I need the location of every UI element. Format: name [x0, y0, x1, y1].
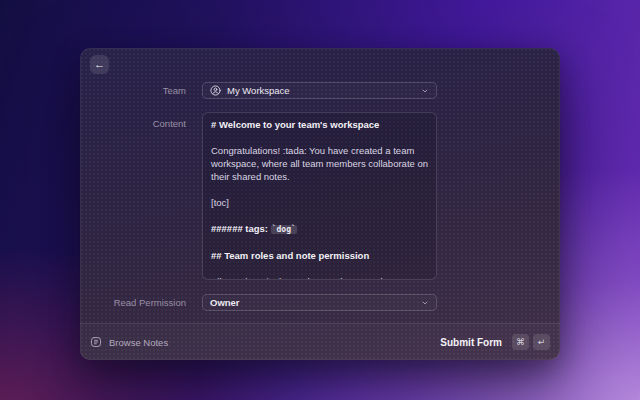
action-bar: Browse Notes Submit Form ⌘ ↵	[80, 323, 560, 360]
notes-document-icon	[90, 336, 102, 348]
raycast-window: ← Team My Workspace	[80, 48, 560, 360]
user-circle-icon	[210, 85, 221, 96]
form: Team My Workspace	[80, 82, 560, 324]
submit-form-button[interactable]: Submit Form ⌘ ↵	[440, 334, 550, 350]
team-dropdown[interactable]: My Workspace	[202, 82, 437, 99]
team-dropdown-value: My Workspace	[227, 85, 290, 96]
team-label: Team	[80, 82, 186, 99]
command-title-label: Browse Notes	[109, 337, 168, 348]
command-title: Browse Notes	[90, 336, 168, 348]
content-field-row: Content # Welcome to your team's workspa…	[80, 112, 560, 280]
team-field-row: Team My Workspace	[80, 82, 560, 99]
read-permission-field-row: Read Permission Owner	[80, 294, 560, 311]
command-key-icon: ⌘	[512, 334, 529, 350]
read-permission-dropdown[interactable]: Owner	[202, 294, 437, 311]
read-permission-value: Owner	[210, 297, 240, 308]
back-button[interactable]: ←	[90, 55, 109, 74]
content-label: Content	[80, 112, 186, 130]
content-textarea[interactable]: # Welcome to your team's workspaceCongra…	[202, 112, 437, 280]
return-key-icon: ↵	[533, 334, 550, 350]
read-permission-label: Read Permission	[80, 294, 186, 311]
arrow-left-icon: ←	[94, 59, 105, 70]
chevron-down-icon	[421, 87, 429, 95]
chevron-down-icon	[421, 299, 429, 307]
submit-form-label: Submit Form	[440, 337, 502, 348]
